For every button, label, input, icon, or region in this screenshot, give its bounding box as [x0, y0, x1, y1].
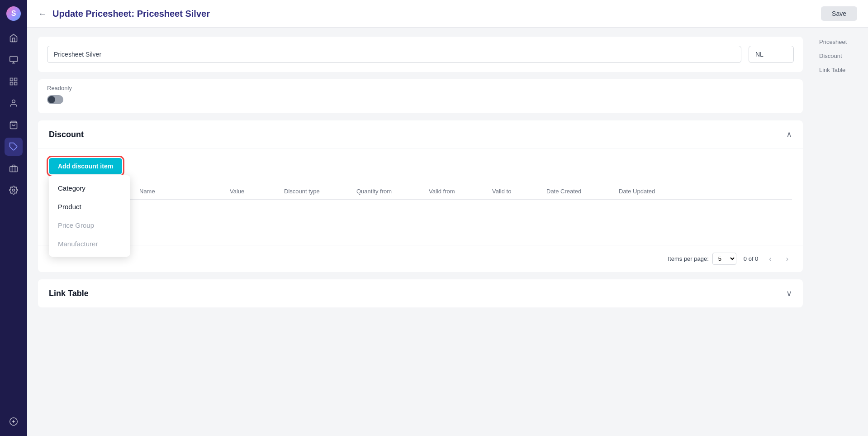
person-icon[interactable] — [5, 94, 23, 112]
items-per-page-control: Items per page: 5 10 25 50 — [668, 253, 736, 265]
back-button[interactable]: ← — [38, 9, 47, 19]
sidebar: S — [0, 0, 27, 436]
bag-icon[interactable] — [5, 116, 23, 134]
table-empty-body — [49, 200, 792, 236]
dropdown-item-manufacturer: Manufacturer — [49, 235, 130, 253]
pagination-row: Items per page: 5 10 25 50 0 of 0 ‹ › — [38, 245, 803, 272]
dropdown-item-category[interactable]: Category — [49, 179, 130, 197]
page-header: ← Update Pricesheet: Pricesheet Silver S… — [27, 0, 868, 28]
content-area: Readonly Discount ∧ Add discount item — [27, 28, 868, 436]
prev-page-button[interactable]: ‹ — [765, 253, 775, 265]
discount-table: Type Name Value Discount type Quantity f… — [38, 183, 803, 245]
svg-rect-2 — [10, 57, 18, 62]
col-header-valid-to: Valid to — [492, 188, 546, 195]
gear-icon[interactable] — [5, 181, 23, 199]
svg-rect-8 — [14, 82, 17, 85]
svg-text:S: S — [11, 10, 16, 17]
readonly-label: Readonly — [47, 85, 794, 91]
svg-point-9 — [12, 100, 15, 103]
right-nav-pricesheet[interactable]: Pricesheet — [819, 37, 863, 47]
svg-rect-5 — [10, 78, 13, 81]
next-page-button[interactable]: › — [783, 253, 792, 265]
discount-section-title: Discount — [49, 130, 84, 139]
svg-rect-7 — [10, 82, 13, 85]
svg-rect-6 — [14, 78, 17, 81]
chevron-up-icon[interactable]: ∧ — [786, 129, 792, 139]
toggle-track[interactable] — [47, 95, 63, 104]
dropdown-item-product[interactable]: Product — [49, 197, 130, 216]
svg-point-13 — [13, 189, 15, 192]
page-info: 0 of 0 — [744, 255, 759, 262]
dropdown-item-price-group: Price Group — [49, 216, 130, 235]
col-header-date-created: Date Created — [546, 188, 619, 195]
grid-icon[interactable] — [5, 72, 23, 91]
language-input[interactable] — [749, 46, 794, 63]
col-header-value: Value — [230, 188, 284, 195]
page-content: Readonly Discount ∧ Add discount item — [27, 28, 814, 436]
save-button[interactable]: Save — [821, 6, 857, 21]
discount-section-header: Discount ∧ — [38, 120, 803, 149]
col-header-quantity-from: Quantity from — [356, 188, 429, 195]
readonly-toggle[interactable] — [47, 95, 794, 104]
main-area: ← Update Pricesheet: Pricesheet Silver S… — [27, 0, 868, 436]
home-icon[interactable] — [5, 29, 23, 47]
discount-section-body: Add discount item Category Product Price… — [38, 149, 803, 183]
right-nav-discount[interactable]: Discount — [819, 51, 863, 61]
page-title: Update Pricesheet: Pricesheet Silver — [52, 9, 210, 19]
col-header-discount-type: Discount type — [284, 188, 356, 195]
add-discount-button[interactable]: Add discount item — [49, 158, 122, 174]
col-header-date-updated: Date Updated — [619, 188, 691, 195]
chevron-down-icon[interactable]: ∨ — [786, 288, 792, 298]
monitor-icon[interactable] — [5, 51, 23, 69]
svg-rect-12 — [10, 167, 18, 172]
plus-circle-icon[interactable] — [5, 412, 23, 431]
header-left: ← Update Pricesheet: Pricesheet Silver — [38, 9, 210, 19]
pricesheet-name-input[interactable] — [47, 46, 741, 63]
app-logo[interactable]: S — [5, 5, 22, 22]
per-page-select[interactable]: 5 10 25 50 — [712, 253, 736, 265]
table-header-row: Type Name Value Discount type Quantity f… — [49, 183, 792, 200]
items-per-page-label: Items per page: — [668, 255, 708, 262]
link-table-title: Link Table — [49, 289, 89, 298]
link-table-section: Link Table ∨ — [38, 279, 803, 307]
link-table-header: Link Table ∨ — [38, 279, 803, 307]
right-nav: Pricesheet Discount Link Table — [814, 28, 868, 436]
name-form-row — [38, 37, 803, 72]
readonly-section: Readonly — [38, 79, 803, 113]
col-header-valid-from: Valid from — [429, 188, 492, 195]
discount-section: Discount ∧ Add discount item Category Pr… — [38, 120, 803, 272]
tag-icon[interactable] — [5, 138, 23, 156]
col-header-name: Name — [139, 188, 230, 195]
dropdown-menu: Category Product Price Group Manufacture… — [49, 175, 130, 257]
toggle-thumb — [48, 96, 55, 103]
briefcase-icon[interactable] — [5, 159, 23, 177]
right-nav-link-table[interactable]: Link Table — [819, 65, 863, 75]
